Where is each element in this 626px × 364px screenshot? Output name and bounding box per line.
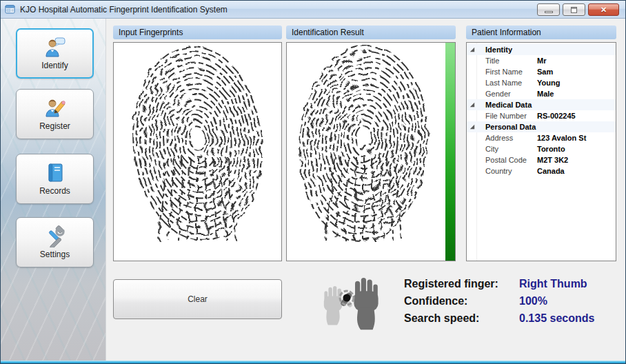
row-label: File Number: [478, 110, 537, 121]
group-name: Personal Data: [478, 121, 536, 132]
row-value: Young: [537, 77, 616, 88]
result-row: Registered finger: Right Thumb: [404, 278, 594, 290]
sidebar-item-label: Register: [39, 121, 70, 131]
app-icon: [5, 4, 16, 15]
result-label: Confidence:: [404, 295, 519, 307]
result-row: Confidence: 100%: [404, 295, 594, 307]
input-fingerprints-header: Input Fingerprints: [113, 26, 282, 39]
row-value: Sam: [537, 66, 616, 77]
expander-icon[interactable]: [470, 102, 475, 108]
identify-person-chat-icon: [43, 37, 67, 59]
hands-graphic: [311, 275, 398, 333]
patient-group-identity[interactable]: Identity: [467, 44, 616, 55]
app-window: KJO Hospital Automatic Fingerprint Ident…: [0, 0, 626, 364]
result-value: Right Thumb: [519, 278, 594, 290]
result-row: Search speed: 0.135 seconds: [404, 312, 594, 325]
row-label: Country: [478, 165, 537, 176]
row-label: Last Name: [478, 77, 537, 88]
maximize-button[interactable]: [563, 3, 585, 16]
expander-icon[interactable]: [470, 124, 475, 130]
row-label: Title: [478, 55, 537, 66]
row-value: Toronto: [537, 143, 616, 154]
patient-group-medical-data[interactable]: Medical Data: [467, 99, 616, 110]
row-label: Gender: [478, 88, 537, 99]
window-title: KJO Hospital Automatic Fingerprint Ident…: [20, 5, 228, 14]
minimize-button[interactable]: [537, 3, 560, 16]
sidebar-item-label: Settings: [40, 250, 70, 259]
sidebar-item-label: Identify: [41, 61, 68, 70]
row-value: Canada: [537, 165, 616, 176]
row-value: Mr: [537, 55, 616, 66]
patient-row: TitleMr: [467, 55, 616, 66]
patient-row: CountryCanada: [467, 165, 616, 176]
result-fingerprint-image: [286, 42, 456, 261]
result-label: Search speed:: [404, 312, 519, 325]
row-label: Postal Code: [478, 154, 537, 165]
sidebar-item-settings[interactable]: Settings: [16, 217, 94, 267]
clear-button[interactable]: Clear: [113, 279, 282, 319]
row-value: 123 Avalon St: [537, 132, 616, 143]
patient-row: CityToronto: [467, 143, 616, 154]
row-label: Address: [478, 132, 537, 143]
result-value: 100%: [519, 295, 594, 307]
confidence-bar: [445, 43, 455, 261]
result-label: Registered finger:: [404, 278, 519, 290]
row-value: M2T 3K2: [537, 154, 616, 165]
patient-row: File NumberRS-002245: [467, 110, 616, 121]
identification-result-header: Identification Result: [286, 26, 456, 39]
window-controls: ✕: [537, 3, 619, 16]
sidebar-item-records[interactable]: Records: [16, 154, 94, 204]
sidebar-item-identify[interactable]: Identify: [16, 28, 94, 79]
titlebar: KJO Hospital Automatic Fingerprint Ident…: [1, 1, 625, 19]
row-label: First Name: [478, 66, 537, 77]
row-value: RS-002245: [537, 110, 616, 121]
input-fingerprint-image: [113, 42, 282, 261]
patient-group-personal-data[interactable]: Personal Data: [467, 121, 616, 132]
maximize-icon: [571, 7, 577, 13]
expander-icon[interactable]: [470, 47, 475, 52]
register-person-pencil-icon: [43, 97, 67, 119]
window-bottom-accent: [1, 361, 625, 363]
sidebar: Identify Register Records: [1, 19, 106, 361]
patient-row: First NameSam: [467, 66, 616, 77]
patient-information-header: Patient Information: [466, 26, 616, 39]
patient-row: Postal CodeM2T 3K2: [467, 154, 616, 165]
settings-tools-icon: [43, 225, 67, 247]
group-name: Identity: [478, 44, 512, 55]
sidebar-item-register[interactable]: Register: [16, 89, 94, 139]
patient-row: GenderMale: [467, 88, 616, 99]
close-icon: ✕: [600, 6, 607, 14]
minimize-icon: [545, 11, 553, 13]
result-value: 0.135 seconds: [519, 312, 594, 325]
patient-row: Last NameYoung: [467, 77, 616, 88]
records-book-icon: [43, 162, 67, 184]
group-name: Medical Data: [478, 99, 532, 110]
sidebar-item-label: Records: [39, 186, 70, 196]
patient-grid: Identity TitleMr First NameSam Last Name…: [466, 42, 616, 261]
patient-row: Address123 Avalon St: [467, 132, 616, 143]
close-button[interactable]: ✕: [588, 3, 619, 16]
match-results: Registered finger: Right Thumb Confidenc…: [404, 278, 594, 330]
row-label: City: [478, 143, 537, 154]
row-value: Male: [537, 88, 616, 99]
